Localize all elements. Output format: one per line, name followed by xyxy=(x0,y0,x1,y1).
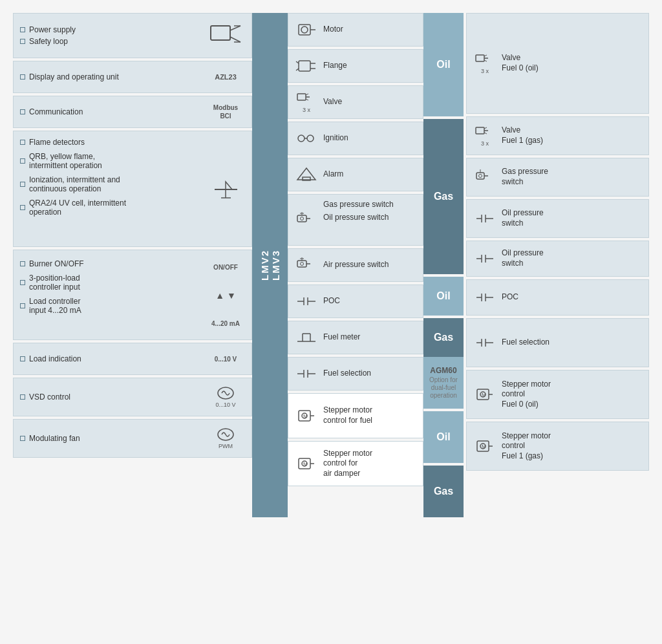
oil-pressure-gas-label: Oil pressureswitch xyxy=(502,208,544,228)
middle-panel: Motor Flange xyxy=(288,13,423,517)
poc-gas-block: POC xyxy=(466,279,649,316)
fuel-oil-2-label: Oil xyxy=(423,277,464,316)
svg-point-22 xyxy=(307,135,314,142)
ignition-icon xyxy=(295,129,318,147)
svg-rect-0 xyxy=(211,26,230,40)
valve-row: 3 x Valve xyxy=(288,85,423,119)
svg-rect-31 xyxy=(297,261,306,267)
display-block: Display and operating unit AZL23 xyxy=(13,61,252,93)
flame-text: Flame detectors QRB, yellow flame,interm… xyxy=(20,138,206,217)
valve-3x-gas: 3 x xyxy=(475,125,495,147)
bullet-safety xyxy=(20,39,25,44)
svg-point-21 xyxy=(298,135,304,142)
stepper-oil-icon: M xyxy=(473,384,496,405)
svg-text:M: M xyxy=(303,413,308,419)
svg-rect-64 xyxy=(476,173,484,179)
bullet-flame2 xyxy=(20,158,25,164)
stepper-air-icon: M xyxy=(295,453,318,474)
display-item: Display and operating unit xyxy=(20,72,119,81)
svg-rect-56 xyxy=(476,55,484,61)
oil-pressure-oil-block: Oil pressureswitch xyxy=(466,241,649,277)
flame-icon xyxy=(206,175,245,204)
bullet-burner2 xyxy=(20,280,25,285)
bullet-flame4 xyxy=(20,205,25,210)
bullet-display xyxy=(20,74,25,80)
load-item: Load indication xyxy=(20,354,81,363)
fan-text: Modulating fan xyxy=(20,434,80,443)
motor-row: Motor xyxy=(288,13,423,47)
valve-label: Valve xyxy=(323,97,416,107)
ignition-row: Ignition xyxy=(288,122,423,155)
svg-line-2 xyxy=(230,37,240,42)
ignition-label: Ignition xyxy=(323,133,416,144)
oil-pressure-gas-icon xyxy=(473,212,496,225)
lmv-column: LMV2LMV3 xyxy=(252,13,288,517)
communication-text: Communication xyxy=(20,107,83,116)
flame-item-2: QRB, yellow flame,intermittent operation xyxy=(20,152,206,170)
load-text: Load indication xyxy=(20,354,81,363)
air-pressure-label: Air pressure switch xyxy=(323,260,416,270)
stepper-oil-block: M Stepper motorcontrolFuel 0 (oil) xyxy=(466,370,649,419)
bullet-fan xyxy=(20,436,25,441)
bullet-burner3 xyxy=(20,303,25,308)
svg-rect-26 xyxy=(297,215,306,222)
svg-marker-6 xyxy=(226,182,232,189)
alarm-row: Alarm xyxy=(288,158,423,191)
right-section: Oil Gas Oil Gas AGM60 Option fordual-fue… xyxy=(423,13,649,517)
oil-pressure-oil-label: Oil pressureswitch xyxy=(502,248,544,268)
stepper-gas-label: Stepper motorcontrolFuel 1 (gas) xyxy=(502,431,551,462)
oil-pressure-gas-block: Oil pressureswitch xyxy=(466,199,649,238)
stepper-fuel-row: M Stepper motorcontrol for fuel xyxy=(288,393,423,438)
svg-point-65 xyxy=(479,175,482,178)
svg-rect-60 xyxy=(476,127,484,134)
poc-label: POC xyxy=(323,296,416,306)
fuel-selection-row: Fuel selection xyxy=(288,357,423,391)
communication-block: Communication ModbusBCI xyxy=(13,96,252,128)
left-panel: Power supply Safety loop xyxy=(13,13,252,517)
right-blocks: 3 x ValveFuel 0 (oil) 3 x xyxy=(466,13,649,517)
safety-loop-item: Safety loop xyxy=(20,37,76,46)
svg-marker-24 xyxy=(297,168,315,180)
stepper-air-label: Stepper motorcontrol forair damper xyxy=(323,449,416,479)
flame-block: Flame detectors QRB, yellow flame,interm… xyxy=(13,131,252,247)
power-safety-block: Power supply Safety loop xyxy=(13,13,252,58)
gas-oil-pressure-label: Gas pressure switch Oil pressure switch xyxy=(323,200,416,222)
burner-icons: ON/OFF ▲ ▼ 4...20 mA xyxy=(206,257,245,334)
svg-line-1 xyxy=(230,26,240,30)
burner-item-3: Load controllerinput 4...20 mA xyxy=(20,297,206,315)
modulating-fan-block: Modulating fan PWM xyxy=(13,419,252,458)
vsd-block: VSD control 0...10 V xyxy=(13,378,252,416)
fuel-selection-right-label: Fuel selection xyxy=(502,338,550,348)
stepper-fuel-icon: M xyxy=(295,405,318,426)
poc-gas-label: POC xyxy=(502,292,518,303)
stepper-gas-block: M Stepper motorcontrolFuel 1 (gas) xyxy=(466,422,649,471)
poc-row: POC xyxy=(288,284,423,318)
fuel-meter-label: Fuel meter xyxy=(323,332,416,343)
flange-label: Flange xyxy=(323,61,416,71)
bullet-flame3 xyxy=(20,182,25,187)
burner-block: Burner ON/OFF 3-position-loadcontroller … xyxy=(13,250,252,340)
gas-pressure-switch-mid: Gas pressure switch xyxy=(323,200,416,210)
svg-text:M: M xyxy=(482,392,486,398)
fuel-agm-label: AGM60 Option fordual-fueloperation xyxy=(423,357,464,409)
communication-icon: ModbusBCI xyxy=(206,103,245,120)
valve-icon: 3 x xyxy=(295,91,318,113)
valve-oil-icon: 3 x xyxy=(473,52,496,74)
svg-rect-25 xyxy=(303,177,310,180)
valve-gas-block: 3 x ValveFuel 1 (gas) xyxy=(466,116,649,155)
fuel-meter-icon xyxy=(295,328,318,347)
vsd-icon: 0...10 V xyxy=(206,386,245,408)
power-icon xyxy=(206,23,245,48)
fuel-gas-1-label: Gas xyxy=(423,119,464,274)
fan-item: Modulating fan xyxy=(20,434,80,443)
bullet-flame1 xyxy=(20,140,25,145)
power-safety-text: Power supply Safety loop xyxy=(20,25,76,46)
svg-point-13 xyxy=(301,27,308,33)
valve-gas-label: ValveFuel 1 (gas) xyxy=(502,125,543,145)
valve-oil-block: 3 x ValveFuel 0 (oil) xyxy=(466,13,649,114)
communication-item: Communication xyxy=(20,107,83,116)
fuel-selection-label: Fuel selection xyxy=(323,369,416,379)
svg-text:M: M xyxy=(303,461,308,467)
oil-pressure-switch-mid: Oil pressure switch xyxy=(323,213,416,223)
svg-point-27 xyxy=(301,217,304,220)
